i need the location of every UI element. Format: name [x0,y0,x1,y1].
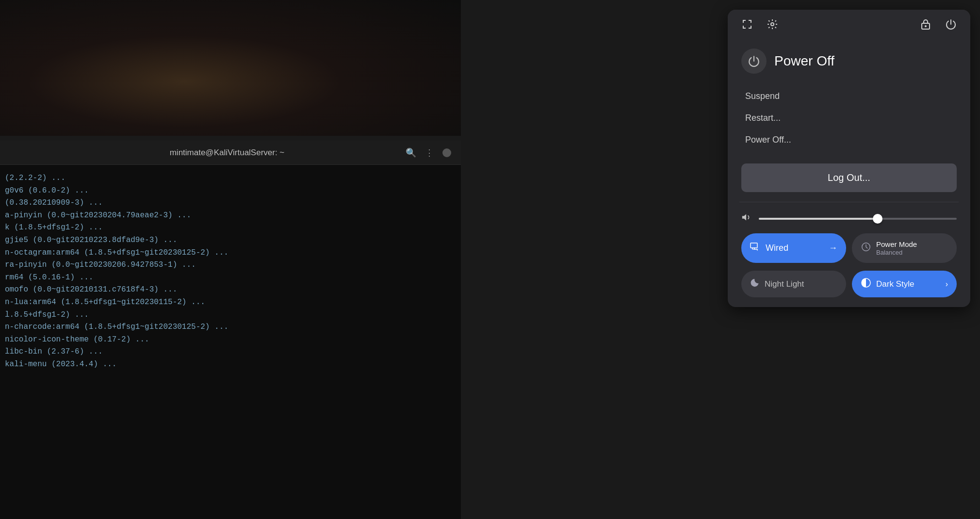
terminal-line: a-pinyin (0.0~git20230204.79aeae2-3) ... [5,210,456,222]
dark-style-arrow-icon: › [946,280,948,289]
volume-slider-thumb[interactable] [873,214,882,224]
power-mode-icon [861,242,871,255]
volume-slider-fill [759,218,878,220]
power-off-section: Power Off Suspend Restart... Power Off..… [728,39,970,161]
volume-row [741,212,957,226]
terminal-search-icon[interactable]: 🔍 [406,147,416,158]
restart-item[interactable]: Restart... [741,107,957,129]
bottom-tiles-row: Night Light Dark Style › [728,271,970,307]
panel-top-right-icons [918,16,959,32]
terminal-menu-icon[interactable]: ⋮ [425,147,434,158]
terminal-line: l.8.5+dfsg1-2) ... [5,309,456,322]
power-off-icon[interactable] [943,16,959,32]
terminal-close-button[interactable] [442,148,451,157]
terminal-right-icons[interactable]: 🔍 ⋮ [406,147,451,158]
terminal-title: mintimate@KaliVirtualServer: ~ [49,148,406,158]
terminal-line: kali-menu (2023.4.4) ... [5,358,456,371]
terminal-line: rm64 (5.0.16-1) ... [5,272,456,284]
logout-button[interactable]: Log Out... [741,163,957,192]
svg-rect-11 [751,243,757,248]
panel-top-left-icons [739,16,780,32]
quick-tiles-row: Wired → Power Mode Balanced [741,233,957,263]
power-off-item[interactable]: Power Off... [741,129,957,151]
terminal-line: (0.38.20210909-3) ... [5,197,456,210]
panel-top-bar [728,10,970,39]
terminal-line: (2.2.2-2) ... [5,172,456,185]
lock-icon[interactable] [918,16,933,32]
terminal-line: gjie5 (0.0~git20210223.8dfad9e-3) ... [5,234,456,247]
settings-icon[interactable] [765,16,780,32]
wired-icon [750,243,761,254]
power-mode-sublabel: Balanced [876,249,917,256]
wired-label: Wired [766,243,824,253]
power-menu-items: Suspend Restart... Power Off... [741,85,957,156]
terminal-line: nicolor-icon-theme (0.17-2) ... [5,334,456,346]
svg-rect-7 [751,26,751,29]
power-mode-tile[interactable]: Power Mode Balanced [852,233,957,263]
terminal-line: k (1.8.5+dfsg1-2) ... [5,222,456,234]
night-light-icon [750,277,760,291]
volume-icon [741,212,752,226]
suspend-item[interactable]: Suspend [741,85,957,107]
dark-style-tile[interactable]: Dark Style › [852,271,957,297]
power-mode-label: Power Mode [876,240,917,249]
svg-rect-5 [743,26,744,29]
night-light-label: Night Light [765,279,804,289]
controls-section: Wired → Power Mode Balanced [728,202,970,271]
terminal-line: libc-bin (2.37-6) ... [5,346,456,358]
screenshot-icon[interactable] [739,16,755,32]
logout-section: Log Out... [728,161,970,202]
wallpaper-area [0,0,461,136]
power-off-title: Power Off [774,53,834,69]
terminal-body: (2.2.2-2) ...g0v6 (0.6.0-2) ...(0.38.202… [0,165,461,519]
terminal-line: omofo (0.0~git20210131.c7618f4-3) ... [5,284,456,296]
power-mode-text: Power Mode Balanced [876,240,917,256]
terminal-line: n-lua:arm64 (1.8.5+dfsg1~git20230115-2) … [5,296,456,309]
power-off-title-row: Power Off [741,49,957,74]
dark-style-icon [861,277,871,291]
dark-style-label: Dark Style [876,279,914,289]
wired-tile[interactable]: Wired → [741,233,846,263]
terminal-titlebar: mintimate@KaliVirtualServer: ~ 🔍 ⋮ [0,141,461,165]
svg-point-10 [925,25,927,27]
volume-slider-track[interactable] [759,218,957,220]
terminal-line: g0v6 (0.6.0-2) ... [5,185,456,197]
terminal-window: mintimate@KaliVirtualServer: ~ 🔍 ⋮ (2.2.… [0,141,461,519]
power-icon-circle [741,49,767,74]
svg-point-8 [771,23,774,26]
wired-arrow-icon: → [829,243,837,253]
terminal-line: n-octagram:arm64 (1.8.5+dfsg1~git2023012… [5,247,456,260]
night-light-tile[interactable]: Night Light [741,271,846,297]
svg-rect-3 [751,20,751,23]
system-panel: Power Off Suspend Restart... Power Off..… [728,10,970,307]
terminal-line: n-charcode:arm64 (1.8.5+dfsg1~git2023012… [5,321,456,334]
svg-rect-1 [743,20,744,23]
terminal-line: ra-pinyin (0.0~git20230206.9427853-1) ..… [5,259,456,272]
